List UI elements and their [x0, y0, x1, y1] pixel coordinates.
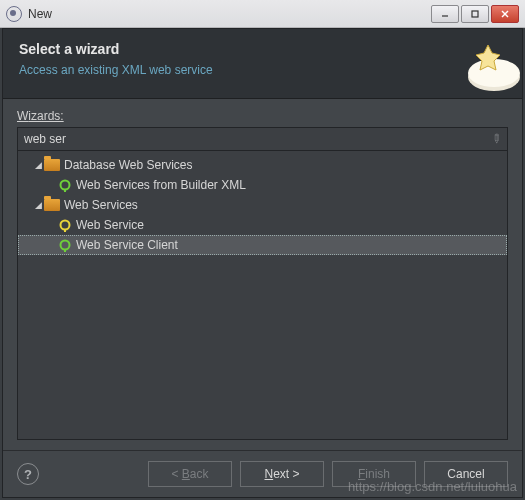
wizard-banner-icon: [444, 37, 522, 95]
minimize-button[interactable]: [431, 5, 459, 23]
folder-icon: [44, 159, 60, 171]
expand-arrow-icon: ◢: [32, 200, 44, 210]
window-controls: [431, 5, 519, 23]
wizards-label: Wizards:: [17, 109, 508, 123]
next-label: Next >: [264, 467, 299, 481]
svg-point-10: [61, 241, 70, 250]
next-button[interactable]: Next >: [240, 461, 324, 487]
tree-category[interactable]: ◢Database Web Services: [18, 155, 507, 175]
item-label: Web Service: [76, 218, 144, 232]
tree-item[interactable]: Web Service: [18, 215, 507, 235]
back-button[interactable]: < Back: [148, 461, 232, 487]
wizard-item-icon: [58, 218, 72, 232]
dialog-subtitle: Access an existing XML web service: [19, 63, 506, 77]
app-icon: [6, 6, 22, 22]
wizard-item-icon: [58, 238, 72, 252]
wizard-filter-input[interactable]: [24, 130, 491, 148]
expand-arrow-icon: ◢: [32, 160, 44, 170]
tree-category[interactable]: ◢Web Services: [18, 195, 507, 215]
help-button[interactable]: ?: [17, 463, 39, 485]
dialog-title: Select a wizard: [19, 41, 506, 57]
finish-label: Finish: [358, 467, 390, 481]
window-titlebar: New: [0, 0, 525, 28]
dialog-body: Wizards: ✎ ◢Database Web ServicesWeb Ser…: [3, 99, 522, 450]
item-label: Web Service Client: [76, 238, 178, 252]
dialog-header: Select a wizard Access an existing XML w…: [3, 29, 522, 99]
dialog: Select a wizard Access an existing XML w…: [2, 28, 523, 498]
category-label: Web Services: [64, 198, 138, 212]
cancel-label: Cancel: [447, 467, 484, 481]
cancel-button[interactable]: Cancel: [424, 461, 508, 487]
back-label: < Back: [171, 467, 208, 481]
maximize-button[interactable]: [461, 5, 489, 23]
finish-button[interactable]: Finish: [332, 461, 416, 487]
filter-row: ✎: [17, 127, 508, 151]
tree-item[interactable]: Web Services from Builder XML: [18, 175, 507, 195]
close-button[interactable]: [491, 5, 519, 23]
item-label: Web Services from Builder XML: [76, 178, 246, 192]
wizard-tree[interactable]: ◢Database Web ServicesWeb Services from …: [17, 151, 508, 440]
tree-item[interactable]: Web Service Client: [18, 235, 507, 255]
wizard-item-icon: [58, 178, 72, 192]
category-label: Database Web Services: [64, 158, 193, 172]
svg-point-6: [61, 181, 70, 190]
window-title: New: [28, 7, 431, 21]
svg-rect-1: [472, 11, 478, 17]
folder-icon: [44, 199, 60, 211]
dialog-footer: ? < Back Next > Finish Cancel: [3, 450, 522, 497]
svg-point-8: [61, 221, 70, 230]
